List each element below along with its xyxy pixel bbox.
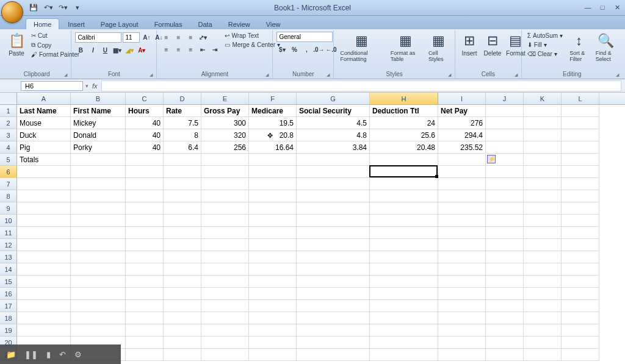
- cell-H17[interactable]: [370, 300, 438, 312]
- tab-home[interactable]: Home: [26, 18, 59, 29]
- comma-button[interactable]: ,: [301, 44, 312, 55]
- cell-E6[interactable]: [201, 166, 249, 178]
- clear-button[interactable]: ⌫ Clear ▾: [526, 50, 565, 58]
- cell-C1[interactable]: Hours: [126, 105, 164, 117]
- font-family-combo[interactable]: [75, 32, 121, 43]
- cell-E15[interactable]: [201, 276, 249, 288]
- cell-F3[interactable]: 20.8: [249, 129, 297, 141]
- office-button[interactable]: [1, 1, 23, 23]
- cell-L12[interactable]: [562, 239, 599, 251]
- cell-B12[interactable]: [71, 239, 126, 251]
- cell-H3[interactable]: 25.6: [370, 129, 438, 141]
- cell-I18[interactable]: [438, 312, 486, 324]
- cell-D12[interactable]: [164, 239, 201, 251]
- cell-C12[interactable]: [126, 239, 164, 251]
- cell-A6[interactable]: [17, 166, 71, 178]
- cell-I16[interactable]: [438, 288, 486, 300]
- cell-L1[interactable]: [562, 105, 599, 117]
- cell-D21[interactable]: [164, 349, 201, 361]
- cell-J12[interactable]: [486, 239, 524, 251]
- row-header-7[interactable]: 7: [0, 178, 17, 190]
- cell-L6[interactable]: [562, 166, 599, 178]
- cell-A11[interactable]: [17, 227, 71, 239]
- cell-I3[interactable]: 294.4: [438, 129, 486, 141]
- cell-A2[interactable]: Mouse: [17, 117, 71, 129]
- formula-input[interactable]: [101, 80, 621, 91]
- cell-K13[interactable]: [524, 251, 562, 263]
- cell-B6[interactable]: [71, 166, 126, 178]
- qat-customize-icon[interactable]: ▾: [72, 2, 83, 13]
- tab-insert[interactable]: Insert: [60, 19, 92, 29]
- percent-button[interactable]: %: [289, 44, 300, 55]
- name-box[interactable]: [21, 81, 83, 91]
- cell-G19[interactable]: [297, 324, 370, 337]
- cell-G3[interactable]: 4.8: [297, 129, 370, 141]
- cell-E20[interactable]: [201, 337, 249, 349]
- cell-K15[interactable]: [524, 276, 562, 288]
- cell-B3[interactable]: Donald: [71, 129, 126, 141]
- cell-J18[interactable]: [486, 312, 524, 324]
- cell-K19[interactable]: [524, 324, 562, 337]
- row-header-6[interactable]: 6: [0, 166, 17, 178]
- cell-I19[interactable]: [438, 324, 486, 337]
- cell-G21[interactable]: [297, 349, 370, 361]
- align-center-button[interactable]: ≡: [173, 44, 184, 55]
- cell-I15[interactable]: [438, 276, 486, 288]
- cell-J19[interactable]: [486, 324, 524, 337]
- delete-cells-button[interactable]: ⊟Delete: [482, 32, 503, 58]
- tab-review[interactable]: Review: [221, 19, 258, 29]
- cell-H14[interactable]: [370, 263, 438, 276]
- cell-E8[interactable]: [201, 190, 249, 202]
- cell-E19[interactable]: [201, 324, 249, 337]
- cell-F8[interactable]: [249, 190, 297, 202]
- border-button[interactable]: ▦▾: [112, 45, 123, 55]
- cell-A16[interactable]: [17, 288, 71, 300]
- cell-A18[interactable]: [17, 312, 71, 324]
- cell-A9[interactable]: [17, 202, 71, 215]
- cell-D15[interactable]: [164, 276, 201, 288]
- cell-B7[interactable]: [71, 178, 126, 190]
- cell-D5[interactable]: [164, 154, 201, 166]
- cell-G15[interactable]: [297, 276, 370, 288]
- cell-J2[interactable]: [486, 117, 524, 129]
- cell-L14[interactable]: [562, 263, 599, 276]
- cell-B16[interactable]: [71, 288, 126, 300]
- col-header-J[interactable]: J: [486, 93, 524, 104]
- align-left-button[interactable]: ≡: [161, 44, 172, 55]
- cell-J17[interactable]: [486, 300, 524, 312]
- cell-L13[interactable]: [562, 251, 599, 263]
- format-as-table-button[interactable]: ▦Format as Table: [388, 32, 424, 63]
- cell-K7[interactable]: [524, 178, 562, 190]
- cell-H1[interactable]: Deduction Ttl: [370, 105, 438, 117]
- cell-I9[interactable]: [438, 202, 486, 215]
- sort-filter-button[interactable]: ↕Sort & Filter: [567, 32, 590, 63]
- row-header-17[interactable]: 17: [0, 300, 17, 312]
- cell-B18[interactable]: [71, 312, 126, 324]
- cell-L21[interactable]: [562, 349, 599, 361]
- cell-J16[interactable]: [486, 288, 524, 300]
- col-header-H[interactable]: H: [370, 93, 438, 104]
- cell-I17[interactable]: [438, 300, 486, 312]
- find-select-button[interactable]: 🔍Find & Select: [593, 32, 619, 63]
- cell-K18[interactable]: [524, 312, 562, 324]
- cell-J15[interactable]: [486, 276, 524, 288]
- cell-J20[interactable]: [486, 337, 524, 349]
- cell-J6[interactable]: [486, 166, 524, 178]
- cell-C5[interactable]: [126, 154, 164, 166]
- cell-styles-button[interactable]: ▦Cell Styles: [426, 32, 451, 63]
- cell-E5[interactable]: [201, 154, 249, 166]
- row-header-13[interactable]: 13: [0, 251, 17, 263]
- column-headers[interactable]: ABCDEFGHIJKL: [17, 93, 625, 105]
- cell-J3[interactable]: [486, 129, 524, 141]
- cell-I20[interactable]: [438, 337, 486, 349]
- row-header-9[interactable]: 9: [0, 202, 17, 215]
- save-icon[interactable]: 💾: [28, 2, 39, 13]
- cell-E12[interactable]: [201, 239, 249, 251]
- cell-G6[interactable]: [297, 166, 370, 178]
- cell-K14[interactable]: [524, 263, 562, 276]
- cell-D10[interactable]: [164, 215, 201, 227]
- cell-F11[interactable]: [249, 227, 297, 239]
- cell-L4[interactable]: [562, 141, 599, 154]
- cell-E11[interactable]: [201, 227, 249, 239]
- font-color-button[interactable]: A▾: [136, 45, 147, 55]
